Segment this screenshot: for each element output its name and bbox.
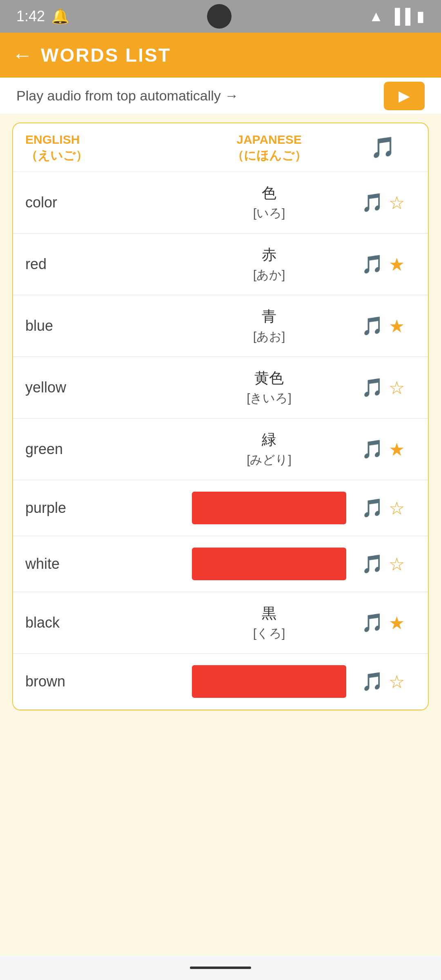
- status-bar-right: ▲ ▐▐ ▮: [369, 8, 425, 25]
- star-button-8[interactable]: ☆: [389, 671, 405, 692]
- notification-icon: 🔔: [51, 8, 69, 25]
- nav-bar: [0, 956, 441, 980]
- word-reading-1: [あか]: [188, 267, 350, 283]
- music-button-5[interactable]: 🎵: [361, 497, 384, 519]
- music-header-icon: 🎵: [370, 136, 396, 159]
- word-japanese-4: 緑[みどり]: [188, 430, 350, 468]
- word-actions-8: 🎵☆: [350, 671, 416, 692]
- header-japanese: JAPANESE（にほんご）: [188, 131, 350, 163]
- word-english-8: brown: [25, 673, 188, 690]
- table-row: purple🎵☆: [13, 480, 428, 536]
- signal-icon: ▐▐: [390, 8, 410, 25]
- table-row: brown🎵☆: [13, 654, 428, 710]
- header-english: ENGLISH（えいご）: [25, 131, 188, 163]
- word-actions-1: 🎵★: [350, 254, 416, 275]
- word-japanese-8: [188, 665, 350, 698]
- color-swatch-6: [192, 548, 346, 580]
- star-button-1[interactable]: ★: [389, 254, 405, 275]
- word-reading-4: [みどり]: [188, 452, 350, 468]
- word-japanese-6: [188, 548, 350, 580]
- word-reading-7: [くろ]: [188, 625, 350, 642]
- star-button-6[interactable]: ☆: [389, 554, 405, 575]
- table-row: green緑[みどり]🎵★: [13, 419, 428, 480]
- play-text: Play audio from top automatically →: [16, 88, 238, 104]
- table-row: color色[いろ]🎵☆: [13, 172, 428, 234]
- music-button-8[interactable]: 🎵: [361, 671, 384, 692]
- music-button-0[interactable]: 🎵: [361, 192, 384, 213]
- word-actions-3: 🎵☆: [350, 377, 416, 398]
- table-row: blue青[あお]🎵★: [13, 295, 428, 357]
- word-english-3: yellow: [25, 379, 188, 396]
- music-button-7[interactable]: 🎵: [361, 612, 384, 633]
- word-english-0: color: [25, 194, 188, 211]
- word-japanese-2: 青[あお]: [188, 307, 350, 345]
- table-row: red赤[あか]🎵★: [13, 234, 428, 295]
- word-rows-container: color色[いろ]🎵☆red赤[あか]🎵★blue青[あお]🎵★yellow黄…: [13, 172, 428, 710]
- play-button[interactable]: ▶: [384, 82, 425, 110]
- battery-icon: ▮: [416, 8, 425, 25]
- table-row: black黒[くろ]🎵★: [13, 592, 428, 654]
- top-bar: ← WORDS LIST: [0, 33, 441, 78]
- word-kanji-1: 赤: [188, 245, 350, 265]
- table-header: ENGLISH（えいご） JAPANESE（にほんご） 🎵: [13, 123, 428, 172]
- word-actions-4: 🎵★: [350, 439, 416, 460]
- table-row: yellow黄色[きいろ]🎵☆: [13, 357, 428, 419]
- word-kanji-0: 色: [188, 183, 350, 203]
- word-kanji-2: 青: [188, 307, 350, 327]
- music-button-1[interactable]: 🎵: [361, 254, 384, 275]
- star-button-5[interactable]: ☆: [389, 498, 405, 519]
- word-actions-6: 🎵☆: [350, 553, 416, 575]
- word-reading-2: [あお]: [188, 328, 350, 345]
- word-reading-3: [きいろ]: [188, 390, 350, 407]
- star-button-4[interactable]: ★: [389, 439, 405, 460]
- status-bar: 1:42 🔔 ▲ ▐▐ ▮: [0, 0, 441, 33]
- english-label: ENGLISH（えいご）: [25, 133, 88, 162]
- music-button-6[interactable]: 🎵: [361, 553, 384, 575]
- star-button-3[interactable]: ☆: [389, 377, 405, 398]
- word-english-6: white: [25, 555, 188, 572]
- play-bar: Play audio from top automatically → ▶: [0, 78, 441, 114]
- word-kanji-4: 緑: [188, 430, 350, 450]
- word-reading-0: [いろ]: [188, 205, 350, 222]
- word-actions-2: 🎵★: [350, 315, 416, 336]
- music-button-3[interactable]: 🎵: [361, 377, 384, 398]
- word-english-1: red: [25, 256, 188, 273]
- back-button[interactable]: ←: [12, 45, 33, 65]
- wifi-icon: ▲: [369, 8, 383, 25]
- table-row: white🎵☆: [13, 536, 428, 592]
- word-actions-0: 🎵☆: [350, 192, 416, 213]
- star-button-0[interactable]: ☆: [389, 192, 405, 213]
- word-kanji-7: 黒: [188, 604, 350, 624]
- word-japanese-7: 黒[くろ]: [188, 604, 350, 642]
- status-time: 1:42: [16, 8, 45, 25]
- word-kanji-3: 黄色: [188, 368, 350, 388]
- header-actions: 🎵: [350, 136, 416, 159]
- color-swatch-8: [192, 665, 346, 698]
- page-title: WORDS LIST: [41, 44, 171, 66]
- word-japanese-3: 黄色[きいろ]: [188, 368, 350, 407]
- word-actions-7: 🎵★: [350, 612, 416, 633]
- word-japanese-0: 色[いろ]: [188, 183, 350, 222]
- japanese-label: JAPANESE（にほんご）: [232, 133, 307, 162]
- word-english-2: blue: [25, 317, 188, 334]
- word-english-4: green: [25, 441, 188, 458]
- star-button-2[interactable]: ★: [389, 316, 405, 336]
- word-english-5: purple: [25, 499, 188, 517]
- word-japanese-5: [188, 492, 350, 524]
- music-button-2[interactable]: 🎵: [361, 315, 384, 336]
- nav-indicator: [190, 967, 251, 969]
- status-bar-left: 1:42 🔔: [16, 8, 69, 25]
- words-list: ENGLISH（えいご） JAPANESE（にほんご） 🎵 color色[いろ]…: [12, 122, 429, 710]
- front-camera: [207, 4, 232, 29]
- word-japanese-1: 赤[あか]: [188, 245, 350, 283]
- color-swatch-5: [192, 492, 346, 524]
- music-button-4[interactable]: 🎵: [361, 439, 384, 460]
- star-button-7[interactable]: ★: [389, 612, 405, 633]
- word-english-7: black: [25, 614, 188, 631]
- word-actions-5: 🎵☆: [350, 497, 416, 519]
